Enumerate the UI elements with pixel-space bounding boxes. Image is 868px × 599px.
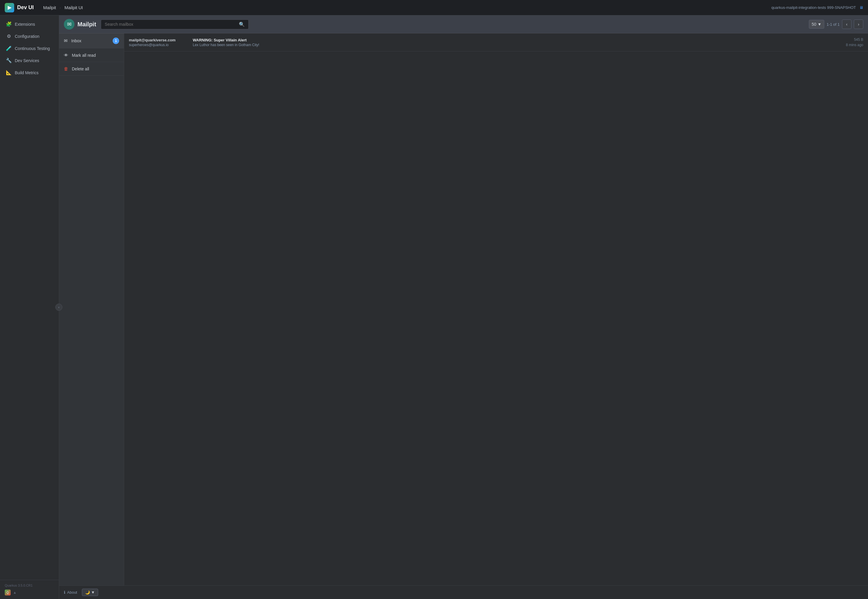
chevron-up-icon: ▲ [13,590,17,594]
mark-all-read-label: Mark all read [72,53,96,58]
mail-from: mailpit@quarkiverse.com [129,38,188,42]
mail-preview: Lex Luthor has been seen in Gotham City! [193,43,829,47]
sidebar-nav: 🧩 Extensions ⚙ Configuration 🧪 Continuou… [0,15,59,580]
mailpit-header: ✉ Mailpit 🔍 50 ▼ 1-1 of 1 ‹ › [59,15,868,33]
breadcrumb-separator: · [60,5,62,10]
app-logo: ▶ Dev UI [5,3,34,12]
inbox-label: Inbox [71,38,81,43]
mail-meta: 545 B 8 mins ago [834,38,863,47]
pagination-prev-button[interactable]: ‹ [842,20,851,29]
sidebar-bottom: Quarkus 3.5.0.CR1 Q ▲ [0,580,59,599]
pagination-next-button[interactable]: › [854,20,863,29]
mail-subject-block: WARNING: Super Villain Alert Lex Luthor … [193,38,829,47]
top-bar: ▶ Dev UI Mailpit · Mailpit UI quarkus-ma… [0,0,868,15]
mailpit-logo-icon: ✉ [64,19,75,30]
mail-list: mailpit@quarkiverse.com superheroes@quar… [124,33,868,585]
build-metrics-icon: 📐 [6,70,12,75]
delete-all-item[interactable]: 🗑 Delete all [59,62,124,76]
per-page-value: 50 [812,22,816,27]
sidebar-collapse-button[interactable]: ‹ [55,304,62,311]
bottom-icons: Q ▲ [5,590,54,596]
mail-subject: WARNING: Super Villain Alert [193,38,829,42]
pagination-info: 1-1 of 1 [827,22,839,27]
table-row[interactable]: mailpit@quarkiverse.com superheroes@quar… [124,33,868,51]
top-bar-right: quarkus-mailpit-integration-tests 999-SN… [771,5,863,10]
theme-icon: 🌙 [85,590,90,594]
project-name: quarkus-mailpit-integration-tests 999-SN… [771,5,856,10]
mail-to: superheroes@quarkus.io [129,43,188,47]
sidebar-item-extensions[interactable]: 🧩 Extensions [1,18,58,30]
sidebar-item-label: Dev Services [15,58,39,63]
sidebar-item-label: Continuous Testing [15,46,50,51]
mail-time: 8 mins ago [846,43,863,47]
app-title: Mailpit [43,5,56,10]
version-label: Quarkus 3.5.0.CR1 [5,584,54,587]
sidebar: 🧩 Extensions ⚙ Configuration 🧪 Continuou… [0,15,59,599]
mailpit-body: ✉ Inbox 1 👁 Mark all read 🗑 Delete all [59,33,868,585]
sidebar-item-dev-services[interactable]: 🔧 Dev Services [1,55,58,66]
search-icon: 🔍 [239,22,245,27]
per-page-select[interactable]: 50 ▼ [809,20,824,29]
sidebar-item-label: Extensions [15,22,35,27]
sidebar-item-build-metrics[interactable]: 📐 Build Metrics [1,67,58,78]
sidebar-item-label: Build Metrics [15,70,38,75]
dev-services-icon: 🔧 [6,58,12,63]
mailpit-controls: 50 ▼ 1-1 of 1 ‹ › [809,20,863,29]
extensions-icon: 🧩 [6,21,12,27]
configuration-icon: ⚙ [6,33,12,39]
eye-icon: 👁 [64,53,68,58]
monitor-icon: 🖥 [859,5,863,10]
info-icon: ℹ [64,590,65,594]
mark-all-read-item[interactable]: 👁 Mark all read [59,48,124,62]
mail-from-block: mailpit@quarkiverse.com superheroes@quar… [129,38,188,47]
quarkus-status-icon: Q [5,590,11,596]
page-title: Mailpit UI [65,5,83,10]
per-page-chevron-icon: ▼ [817,22,821,27]
sidebar-item-label: Configuration [15,34,39,39]
search-container[interactable]: 🔍 [101,20,249,29]
delete-all-label: Delete all [72,66,89,71]
logo-icon: ▶ [5,3,14,12]
mailpit-logo: ✉ Mailpit [64,19,96,30]
app-name: Dev UI [17,5,34,11]
continuous-testing-icon: 🧪 [6,45,12,51]
search-input[interactable] [105,22,236,27]
about-link[interactable]: ℹ About [64,590,77,594]
page-breadcrumb: Mailpit · Mailpit UI [43,5,83,10]
sidebar-item-configuration[interactable]: ⚙ Configuration [1,30,58,42]
mail-size: 545 B [854,38,863,42]
inbox-badge: 1 [113,38,119,44]
main-layout: 🧩 Extensions ⚙ Configuration 🧪 Continuou… [0,15,868,599]
mailpit-footer: ℹ About 🌙 ▼ [59,585,868,599]
mail-sidebar: ✉ Inbox 1 👁 Mark all read 🗑 Delete all [59,33,124,585]
about-label: About [67,590,77,594]
content-area: ✉ Mailpit 🔍 50 ▼ 1-1 of 1 ‹ › [59,15,868,599]
trash-icon: 🗑 [64,66,68,71]
inbox-icon: ✉ [64,38,68,44]
mailpit-title: Mailpit [77,21,96,28]
sidebar-item-continuous-testing[interactable]: 🧪 Continuous Testing [1,42,58,54]
theme-button[interactable]: 🌙 ▼ [82,588,98,596]
inbox-item[interactable]: ✉ Inbox 1 [59,33,124,48]
theme-chevron-icon: ▼ [91,590,95,594]
